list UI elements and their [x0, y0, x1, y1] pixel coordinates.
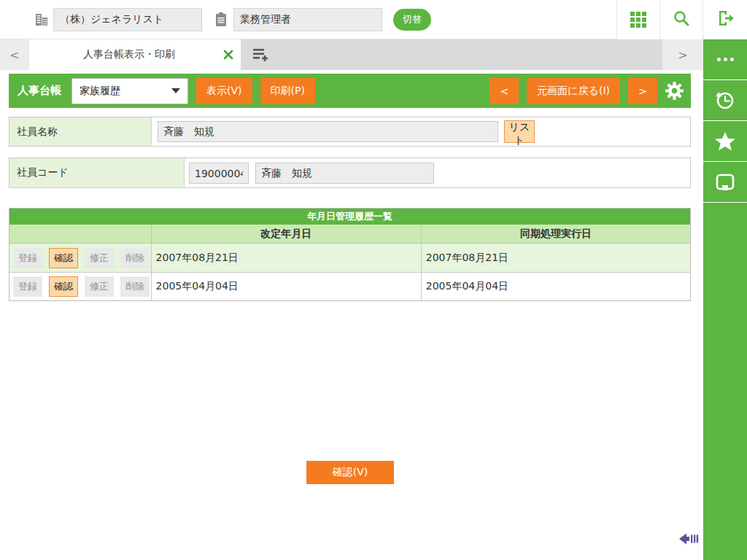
search-icon: [672, 9, 691, 31]
delete-button[interactable]: 削除: [120, 248, 150, 268]
employee-code-label: 社員コード: [9, 158, 185, 187]
table-row: 登録 確認 修正 削除 2005年04月04日 2005年04月04日: [9, 272, 690, 300]
tabs-scroll-right-button[interactable]: >: [662, 39, 703, 70]
star-icon: [713, 130, 737, 153]
register-button[interactable]: 登録: [13, 248, 42, 268]
chevron-left-icon: <: [9, 48, 19, 62]
toolbar-title: 人事台帳: [18, 84, 61, 98]
table-title: 年月日管理履歴一覧: [9, 209, 690, 225]
sync-date-cell: 2007年08月21日: [421, 244, 690, 272]
header-sync-date: 同期処理実行日: [421, 225, 690, 243]
show-button[interactable]: 表示(V): [196, 78, 252, 104]
tab-close-button[interactable]: [216, 39, 241, 70]
tab-label: 人事台帳表示・印刷: [29, 48, 216, 61]
app-screen: 切替 < 人事台帳表示・印刷: [0, 0, 747, 560]
switch-button[interactable]: 切替: [393, 9, 431, 31]
chevron-right-icon: >: [678, 48, 687, 62]
next-record-button[interactable]: >: [628, 78, 657, 104]
revision-date-cell: 2005年04月04日: [152, 273, 421, 300]
close-icon: [223, 50, 233, 60]
category-select-value: 家族履歴: [80, 85, 120, 98]
print-button[interactable]: 印刷(P): [260, 78, 315, 104]
employee-code-input[interactable]: [189, 163, 249, 184]
table-row: 登録 確認 修正 削除 2007年08月21日 2007年08月21日: [9, 244, 690, 272]
gear-icon: [665, 81, 684, 101]
tab-personnel-register[interactable]: 人事台帳表示・印刷: [29, 39, 241, 70]
confirm-button[interactable]: 確認: [49, 276, 78, 297]
modify-button[interactable]: 修正: [85, 276, 114, 297]
employee-name-row: 社員名称 リスト: [9, 117, 691, 147]
employee-code-row: 社員コード: [9, 158, 691, 188]
favorites-button[interactable]: [703, 121, 747, 162]
register-button[interactable]: 登録: [13, 276, 42, 297]
revision-date-cell: 2007年08月21日: [152, 244, 421, 272]
employee-list-button[interactable]: リスト: [504, 120, 535, 143]
memo-button[interactable]: [703, 162, 747, 203]
apps-menu-button[interactable]: [616, 0, 659, 39]
ellipsis-icon: [717, 58, 734, 61]
sync-date-cell: 2005年04月04日: [421, 273, 690, 300]
date-history-table: 年月日管理履歴一覧 改定年月日 同期処理実行日 登録 確認 修正 削除 2007…: [9, 208, 691, 301]
memo-bubble-icon: [715, 173, 735, 192]
row-actions: 登録 確認 修正 削除: [9, 244, 152, 272]
ledger-toolbar: 人事台帳 家族履歴 表示(V) 印刷(P) < 元画面に戻る(I) >: [9, 74, 691, 108]
tab-bar: < 人事台帳表示・印刷 >: [0, 39, 703, 70]
delete-button[interactable]: 削除: [120, 276, 150, 297]
modify-button[interactable]: 修正: [85, 248, 114, 268]
employee-name-label: 社員名称: [9, 117, 152, 146]
category-select[interactable]: 家族履歴: [71, 78, 188, 104]
company-input[interactable]: [53, 8, 202, 31]
collapse-left-icon: [678, 532, 699, 546]
panel-collapse-button[interactable]: [678, 532, 699, 549]
history-button[interactable]: [703, 80, 747, 121]
row-actions: 登録 確認 修正 削除: [9, 273, 152, 300]
header-revision-date: 改定年月日: [152, 225, 421, 243]
header-actions-cell: [9, 225, 152, 243]
right-sidebar: [703, 39, 747, 560]
employee-code-name-input[interactable]: [255, 163, 434, 184]
caret-down-icon: [171, 88, 180, 93]
settings-button[interactable]: [657, 81, 691, 101]
footer-confirm-button[interactable]: 確認(V): [306, 461, 394, 484]
role-icon: [214, 12, 228, 31]
tabs-scroll-left-button[interactable]: <: [0, 39, 29, 70]
role-input[interactable]: [233, 8, 382, 31]
search-button[interactable]: [659, 0, 703, 39]
back-to-screen-button[interactable]: 元画面に戻る(I): [527, 78, 620, 104]
tab-add-icon: [252, 47, 270, 62]
confirm-button[interactable]: 確認: [49, 248, 78, 268]
logout-icon: [716, 9, 735, 31]
grid-icon: [630, 12, 646, 28]
more-options-button[interactable]: [703, 39, 747, 80]
company-icon: [34, 12, 50, 31]
employee-name-input[interactable]: [158, 121, 498, 142]
tab-list-add-button[interactable]: [247, 39, 276, 70]
history-icon: [714, 90, 736, 112]
prev-record-button[interactable]: <: [489, 78, 519, 104]
logout-button[interactable]: [703, 0, 747, 39]
top-bar: 切替: [0, 0, 747, 39]
table-header-row: 改定年月日 同期処理実行日: [9, 225, 690, 244]
